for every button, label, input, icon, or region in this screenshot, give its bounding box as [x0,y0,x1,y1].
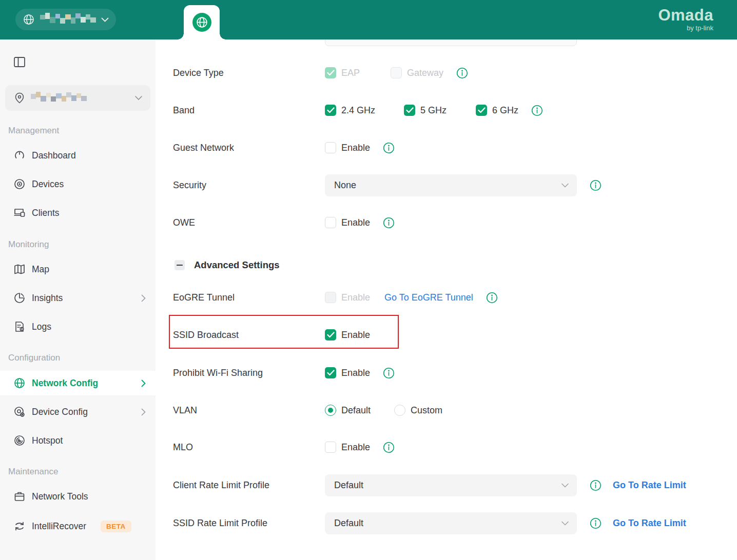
omada-logo: Omada by tp-link [658,7,713,32]
sidebar-item-devices[interactable]: Devices [0,172,156,196]
security-select-value: None [334,180,356,191]
info-icon[interactable] [383,217,395,229]
chevron-right-icon [141,294,146,302]
logo-title: Omada [658,7,713,23]
owe-checkbox[interactable] [325,217,336,228]
sidebar-item-logs[interactable]: Logs [0,314,156,339]
vlan-label: VLAN [173,405,325,416]
sidebar-item-label: Dashboard [32,150,76,161]
prohibit-wifi-sharing-label: Prohibit Wi-Fi Sharing [173,368,325,378]
vlan-default-label: Default [341,405,371,416]
info-icon[interactable] [486,292,498,304]
info-icon[interactable] [383,442,395,453]
vlan-custom-label: Custom [411,405,442,416]
sidebar-item-network-config[interactable]: Network Config [0,371,156,395]
client-rate-limit-select[interactable]: Default [325,474,577,496]
globe-icon [23,13,35,26]
security-select[interactable]: None [325,174,577,196]
insights-pie-icon [13,292,26,304]
guest-network-enable-label: Enable [341,143,370,153]
band-6ghz-checkbox-checked[interactable] [476,105,487,116]
ssid-broadcast-checkbox-checked[interactable] [325,329,336,341]
logo-subtitle: by tp-link [658,24,713,32]
client-rate-limit-value: Default [334,480,363,491]
band-6ghz-label: 6 GHz [492,105,518,116]
eogre-enable-label: Enable [341,292,370,303]
go-to-rate-limit-link[interactable]: Go To Rate Limit [613,480,686,491]
eap-checkbox-checked-disabled [325,67,336,78]
band-24ghz-checkbox-checked[interactable] [325,105,336,116]
site-selector[interactable] [5,85,150,111]
gateway-checkbox-label: Gateway [407,68,443,78]
vlan-default-radio-selected[interactable] [325,405,336,416]
location-pin-icon [13,92,26,104]
chevron-down-icon [561,183,569,188]
ssid-rate-limit-select[interactable]: Default [325,512,577,534]
sidebar-item-clients[interactable]: Clients [0,201,156,225]
ssid-name-input[interactable] [325,39,577,46]
minus-icon [177,265,183,266]
map-icon [13,263,26,275]
band-label: Band [173,105,325,116]
mlo-checkbox[interactable] [325,442,336,453]
sidebar-item-label: Network Tools [32,491,88,502]
sidebar-item-intellirecover[interactable]: IntelliRecover BETA [0,514,156,538]
active-site-tab[interactable] [184,5,220,39]
globe-icon [192,13,211,32]
sidebar-item-hotspot[interactable]: Hotspot [0,428,156,453]
device-type-label: Device Type [173,68,325,78]
eap-checkbox-label: EAP [341,68,360,78]
sidebar-item-network-tools[interactable]: Network Tools [0,484,156,509]
info-icon[interactable] [383,367,395,379]
beta-badge: BETA [101,521,131,532]
go-to-rate-limit-link[interactable]: Go To Rate Limit [613,518,686,529]
vlan-custom-radio[interactable] [394,405,405,416]
info-icon[interactable] [531,105,543,116]
sidebar-item-label: Device Config [32,407,88,417]
info-icon[interactable] [590,179,602,191]
recover-refresh-icon [13,520,26,532]
sidebar-item-map[interactable]: Map [0,257,156,282]
ssid-rate-limit-label: SSID Rate Limit Profile [173,518,325,529]
wlan-settings-panel: Device Type EAP Gateway Band [156,39,737,560]
go-to-eogre-tunnel-link[interactable]: Go To EoGRE Tunnel [384,292,473,303]
sidebar-item-label: Clients [32,208,60,218]
chevron-down-icon [561,521,569,526]
sidebar-item-label: Insights [32,293,63,304]
prohibit-wifi-sharing-checkbox-checked[interactable] [325,367,336,378]
info-icon[interactable] [590,479,602,491]
band-5ghz-checkbox-checked[interactable] [404,105,415,116]
sidebar-item-insights[interactable]: Insights [0,286,156,310]
guest-network-label: Guest Network [173,143,325,153]
sidebar-collapse-icon[interactable] [13,55,26,69]
band-24ghz-label: 2.4 GHz [341,105,375,116]
sidebar-item-label: Map [32,264,49,275]
info-icon[interactable] [590,517,602,529]
chevron-right-icon [141,379,146,387]
info-icon[interactable] [383,142,395,154]
section-monitoring: Monitoring [8,237,156,252]
band-5ghz-label: 5 GHz [420,105,447,116]
sidebar-item-dashboard[interactable]: Dashboard [0,143,156,168]
header-site-selector[interactable] [15,9,116,30]
sidebar-item-label: Network Config [32,378,98,389]
sidebar: Management Dashboard Devices Clients Mon… [0,39,156,560]
guest-network-checkbox[interactable] [325,142,336,153]
mlo-label: MLO [173,442,325,453]
dashboard-gauge-icon [13,149,26,162]
site-name-masked [31,91,91,105]
owe-enable-label: Enable [341,217,370,228]
eogre-tunnel-label: EoGRE Tunnel [173,292,325,303]
top-bar: Omada by tp-link [0,0,737,39]
section-management: Management [8,123,156,138]
sidebar-item-device-config[interactable]: Device Config [0,399,156,424]
info-icon[interactable] [456,67,468,79]
logs-document-icon [13,321,26,333]
ssid-broadcast-label: SSID Broadcast [173,330,325,341]
site-name-masked [40,13,98,26]
collapse-advanced-button[interactable] [174,260,185,270]
devices-disc-icon [13,178,26,190]
section-maintenance: Maintenance [8,464,156,479]
ssid-broadcast-enable-label: Enable [341,330,370,341]
sidebar-item-label: IntelliRecover [32,521,86,532]
